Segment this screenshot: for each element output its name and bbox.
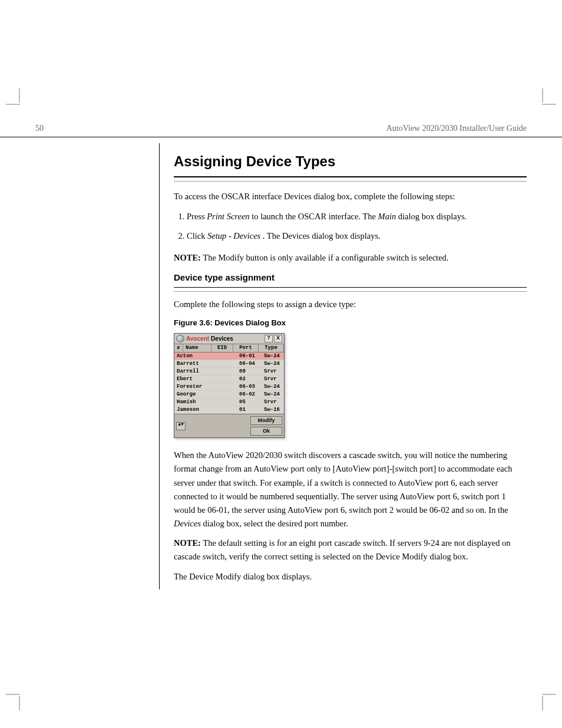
devices-dialog: Avocent Devices ? X ⇵ Name EID Port Type… xyxy=(174,333,285,438)
left-margin-column xyxy=(35,143,160,589)
table-row[interactable]: Jameson 01 Sw-16 xyxy=(174,406,284,414)
table-row[interactable]: Darrell 08 Srvr xyxy=(174,368,284,375)
subsection-heading: Device type assignment xyxy=(174,271,527,288)
ok-button[interactable]: Ok xyxy=(250,427,282,436)
step-item: Press Print Screen to launch the OSCAR i… xyxy=(187,210,527,223)
devices-list: Acton 06-01 Sw-24 Barrett 06-04 Sw-24 Da… xyxy=(174,353,284,414)
intro-paragraph: To access the OSCAR interface Devices di… xyxy=(174,190,527,203)
globe-icon xyxy=(176,335,184,342)
crop-mark xyxy=(6,687,29,710)
help-button[interactable]: ? xyxy=(265,335,273,342)
dialog-brand: Avocent xyxy=(186,336,209,342)
table-row[interactable]: Forester 06-03 Sw-24 xyxy=(174,383,284,391)
sort-toggle-icon[interactable]: ⇵ xyxy=(174,344,183,352)
section-heading: Assigning Device Types xyxy=(174,150,527,177)
modify-button[interactable]: Modify xyxy=(250,416,282,425)
note-paragraph-2: NOTE: The default setting is for an eigh… xyxy=(174,536,527,564)
header-left: 50 xyxy=(35,124,44,133)
col-port[interactable]: Port xyxy=(233,344,259,352)
dialog-title: Devices xyxy=(211,336,233,342)
crop-mark xyxy=(533,687,556,710)
table-row[interactable]: Acton 06-01 Sw-24 xyxy=(174,353,284,360)
table-row[interactable]: George 06-02 Sw-24 xyxy=(174,391,284,398)
sub-intro: Complete the following steps to assign a… xyxy=(174,298,527,311)
col-eid[interactable]: EID xyxy=(211,344,233,352)
post-figure-paragraph: When the AutoView 2020/2030 switch disco… xyxy=(174,449,527,531)
table-row[interactable]: Barrett 06-04 Sw-24 xyxy=(174,360,284,368)
table-row[interactable]: Ebert 02 Srvr xyxy=(174,375,284,383)
note-paragraph: NOTE: The Modify button is only availabl… xyxy=(174,251,527,265)
spin-control-icon[interactable]: ▲▼ xyxy=(176,422,186,430)
dialog-titlebar[interactable]: Avocent Devices ? X xyxy=(174,334,284,344)
table-header: ⇵ Name EID Port Type xyxy=(174,344,284,353)
step-item: Click Setup - Devices . The Devices dial… xyxy=(187,229,527,243)
close-button[interactable]: X xyxy=(274,335,282,342)
header-right: AutoView 2020/2030 Installer/User Guide xyxy=(386,124,527,133)
col-name[interactable]: Name xyxy=(183,344,211,352)
post-figure-paragraph-2: The Device Modify dialog box displays. xyxy=(174,570,527,584)
table-row[interactable]: Hamish 05 Srvr xyxy=(174,398,284,406)
figure-caption: Figure 3.6: Devices Dialog Box xyxy=(174,317,527,330)
col-type[interactable]: Type xyxy=(259,344,284,352)
